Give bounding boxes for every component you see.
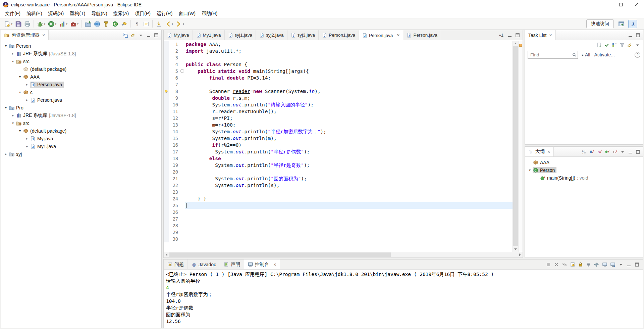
maximize-view-button[interactable] bbox=[634, 32, 641, 39]
tree-item-body[interactable]: src bbox=[16, 58, 31, 64]
tree-item[interactable]: ▸JMy1.java bbox=[1, 142, 161, 150]
tree-expander-icon[interactable]: ▸ bbox=[10, 113, 16, 117]
menu-item[interactable]: 编辑(E) bbox=[23, 10, 45, 18]
tree-item-body[interactable]: JMy1.java bbox=[30, 143, 58, 149]
code-line[interactable]: 5 public static void main(String[]args){ bbox=[164, 68, 513, 75]
code-text[interactable]: System.out.println("圆的面积为"); bbox=[185, 175, 513, 182]
sort-button[interactable]: az bbox=[580, 148, 587, 155]
forward-button[interactable]: ▾ bbox=[175, 19, 185, 28]
new-wizard-button[interactable]: ▾ bbox=[3, 19, 13, 28]
activate-link[interactable]: Activate... bbox=[594, 52, 615, 57]
all-filter-link[interactable]: All bbox=[582, 52, 590, 57]
editor-horizontal-scrollbar[interactable] bbox=[164, 252, 523, 257]
collapse-all-button[interactable] bbox=[122, 32, 129, 39]
close-tab-icon[interactable]: × bbox=[273, 262, 276, 267]
coverage-button[interactable]: ▾ bbox=[58, 19, 68, 28]
tree-item-body[interactable]: CPerson bbox=[533, 167, 556, 173]
tree-item-body[interactable]: JMy.java bbox=[30, 136, 55, 142]
code-line[interactable]: 26 bbox=[164, 209, 513, 216]
last-edit-location-button[interactable] bbox=[155, 19, 163, 28]
tree-item-body[interactable]: c bbox=[23, 89, 34, 95]
tree-item[interactable]: ▸JRE 系统库 [JavaSE-1.8] bbox=[1, 50, 161, 57]
tree-expander-icon[interactable]: ▾ bbox=[3, 44, 9, 48]
quick-access-button[interactable]: 快速访问 bbox=[586, 19, 614, 28]
editor-vertical-scrollbar[interactable] bbox=[513, 41, 518, 252]
print-button[interactable] bbox=[23, 19, 32, 28]
maximize-view-button[interactable] bbox=[514, 32, 521, 39]
mark-task-complete-button[interactable] bbox=[603, 41, 610, 48]
overview-ruler[interactable] bbox=[518, 41, 523, 252]
tree-item[interactable]: ▾JPerson bbox=[1, 42, 161, 50]
tab-overflow-indicator[interactable]: »1 bbox=[496, 30, 506, 40]
view-menu-button[interactable] bbox=[619, 148, 626, 155]
tree-expander-icon[interactable]: ▾ bbox=[17, 75, 23, 79]
menu-item[interactable]: 源码(S) bbox=[45, 10, 67, 18]
code-line[interactable]: 21 System.out.println("圆的面积为"); bbox=[164, 175, 513, 182]
vertical-scroll-thumb[interactable] bbox=[513, 46, 518, 246]
code-line[interactable]: 2import java.util.*; bbox=[164, 48, 513, 54]
clear-console-button[interactable] bbox=[569, 261, 576, 268]
code-text[interactable] bbox=[185, 209, 513, 216]
maximize-view-button[interactable] bbox=[153, 32, 160, 39]
code-text[interactable] bbox=[185, 189, 513, 195]
code-line[interactable]: 9 double r,s,m; bbox=[164, 95, 513, 101]
task-list-tab[interactable]: Task List × bbox=[525, 30, 556, 40]
editor-tab[interactable]: Jsyj1.java bbox=[225, 30, 256, 40]
tree-expander-icon[interactable]: ▾ bbox=[3, 106, 9, 109]
close-tab-icon[interactable]: × bbox=[397, 33, 399, 38]
code-line[interactable]: 24 } } bbox=[164, 195, 513, 202]
code-line[interactable]: 13 m=r+100; bbox=[164, 122, 513, 128]
code-text[interactable]: import java.util.*; bbox=[185, 48, 513, 54]
tree-item-body[interactable]: JPro bbox=[9, 105, 25, 111]
new-class-button[interactable]: C bbox=[111, 19, 119, 28]
hide-non-public-button[interactable] bbox=[603, 148, 610, 155]
debug-button[interactable]: ▾ bbox=[36, 19, 46, 28]
code-text[interactable]: if(r%2==0) bbox=[185, 142, 513, 148]
editor-tab[interactable]: JPerson.java bbox=[403, 30, 441, 40]
tree-item-body[interactable]: (default package) bbox=[23, 128, 68, 134]
new-java-project-button[interactable] bbox=[84, 19, 92, 28]
link-with-editor-button[interactable] bbox=[626, 41, 633, 48]
code-line[interactable]: 10 System.out.println("请输入圆的半径"); bbox=[164, 101, 513, 108]
code-line[interactable]: 16 if(r%2==0) bbox=[164, 142, 513, 148]
tree-expander-icon[interactable]: ▾ bbox=[10, 121, 16, 125]
tree-item-body[interactable]: JPerson bbox=[9, 43, 33, 49]
code-text[interactable] bbox=[185, 169, 513, 175]
tree-item[interactable]: (default package) bbox=[1, 65, 161, 73]
menu-item[interactable]: 导航(N) bbox=[88, 10, 110, 18]
menu-item[interactable]: 文件(F) bbox=[2, 10, 23, 18]
code-line[interactable]: 27 bbox=[164, 216, 513, 222]
menu-item[interactable]: 搜索(A) bbox=[110, 10, 132, 18]
maximize-view-button[interactable] bbox=[634, 148, 641, 155]
tree-item[interactable]: ▾CPerson bbox=[525, 166, 643, 174]
tree-item-body[interactable]: JPerson.java bbox=[30, 97, 64, 103]
tree-item[interactable]: ▾JPro bbox=[1, 104, 161, 111]
scroll-lock-button[interactable] bbox=[577, 261, 584, 268]
view-menu-button[interactable] bbox=[137, 32, 144, 39]
annotation-marker[interactable] bbox=[519, 44, 522, 47]
code-line[interactable]: 8 Scanner reader=new Scanner(System.in); bbox=[164, 88, 513, 95]
code-line[interactable]: 3 bbox=[164, 54, 513, 61]
maximize-view-button[interactable] bbox=[633, 261, 640, 268]
tree-item[interactable]: ▾src bbox=[1, 57, 161, 65]
mark-occurrences-button[interactable] bbox=[142, 19, 150, 28]
hide-static-members-button[interactable]: S bbox=[596, 148, 603, 155]
tree-expander-icon[interactable]: ▸ bbox=[24, 98, 30, 102]
code-text[interactable]: Scanner reader=new Scanner(System.in); bbox=[185, 88, 513, 95]
word-wrap-button[interactable] bbox=[585, 261, 592, 268]
close-view-icon[interactable]: × bbox=[549, 33, 552, 38]
tree-expander-icon[interactable]: ▾ bbox=[10, 59, 16, 63]
back-button[interactable]: ▾ bbox=[164, 19, 174, 28]
minimize-view-button[interactable] bbox=[625, 261, 632, 268]
code-line[interactable]: 1package AAA; bbox=[164, 41, 513, 48]
display-selected-console-button[interactable] bbox=[601, 261, 608, 268]
maximize-window-button[interactable] bbox=[613, 0, 629, 9]
tree-item[interactable]: Smain(String[]) : void bbox=[525, 174, 643, 182]
console-tab[interactable]: 控制台× bbox=[244, 260, 280, 269]
console-tab[interactable]: 问题 bbox=[164, 260, 188, 269]
open-console-button[interactable] bbox=[609, 261, 616, 268]
code-text[interactable]: m=r+100; bbox=[185, 122, 513, 128]
console-tab[interactable]: @Javadoc bbox=[188, 260, 220, 269]
link-with-editor-button[interactable] bbox=[129, 32, 137, 39]
fold-marker-icon[interactable] bbox=[180, 69, 184, 73]
